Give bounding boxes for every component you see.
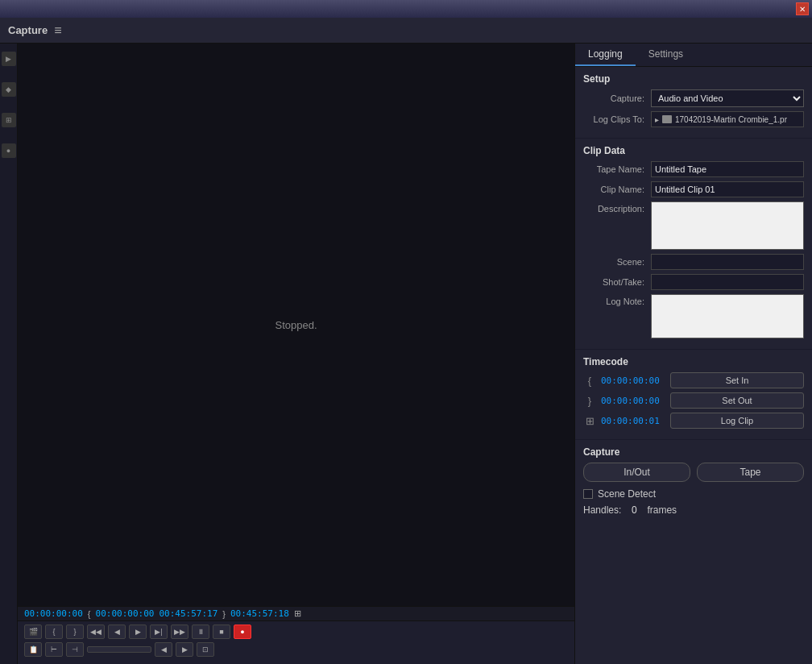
capture-select[interactable]: Audio and Video Audio Only Video Only — [651, 89, 804, 107]
shuttle-slider[interactable] — [87, 646, 151, 653]
clip-name-label: Clip Name: — [583, 185, 648, 194]
timecode-title: Timecode — [583, 356, 804, 367]
setup-section: Setup Capture: Audio and Video Audio Onl… — [575, 67, 812, 139]
log-note-textarea[interactable] — [651, 294, 804, 338]
capture-section-title: Capture — [583, 446, 804, 458]
sidebar-icon-4[interactable]: ● — [2, 143, 16, 158]
scene-label: Scene: — [583, 257, 648, 267]
log-note-row: Log Note: — [583, 294, 804, 338]
tape-name-input[interactable] — [651, 161, 804, 177]
step-back-button[interactable]: ◀ — [108, 625, 126, 639]
stop-button[interactable]: ■ — [213, 625, 230, 639]
capture-section: Capture In/Out Tape Scene Detect Handles… — [575, 440, 812, 522]
handles-label: Handles: — [583, 504, 621, 516]
controls-bar: 🎬 { } ◀◀ ◀ ▶ ▶| ▶▶ ⏸ ■ ● 📋 ⊢ ⊣ — [18, 620, 574, 664]
go-out-button[interactable]: ⊣ — [66, 642, 84, 657]
scene-detect-checkbox[interactable] — [583, 489, 593, 499]
tc-dur-icon: ⊞ — [583, 415, 596, 427]
handles-value: 0 — [626, 504, 642, 516]
clip-data-section: Clip Data Tape Name: Clip Name: Descript… — [575, 139, 812, 350]
right-panel: Logging Settings Setup Capture: Audio an… — [574, 44, 812, 664]
tab-settings[interactable]: Settings — [636, 44, 696, 66]
content-area: ▶ ◆ ⊞ ● Stopped. 00:00:00:00 { 00:00:00:… — [0, 44, 812, 664]
clip-name-row: Clip Name: — [583, 181, 804, 197]
close-button[interactable]: ✕ — [796, 2, 809, 15]
folder-path-display[interactable]: ▸ 17042019-Martin Crombie_1.pr — [651, 111, 804, 127]
log-clip-button[interactable]: Log Clip — [670, 413, 804, 429]
tc-in-value: 00:00:00:00 — [601, 376, 665, 386]
nav-left-button[interactable]: ◀ — [155, 642, 172, 657]
setup-title: Setup — [583, 73, 804, 85]
mark-clip-button[interactable]: 🎬 — [24, 625, 42, 639]
log-button[interactable]: 📋 — [24, 642, 42, 657]
description-label: Description: — [583, 201, 648, 214]
status-text: Stopped. — [275, 319, 317, 331]
log-note-label: Log Note: — [583, 294, 648, 306]
timecode-top-bar: 00:00:00:00 { 00:00:00:00 00:45:57:17 } … — [18, 606, 574, 620]
folder-path-text: 17042019-Martin Crombie_1.pr — [675, 115, 787, 124]
mark-in-button[interactable]: { — [45, 625, 63, 639]
log-clips-label: Log Clips To: — [583, 114, 648, 124]
tc-dur-value: 00:00:00:01 — [601, 416, 665, 426]
preview-panel: Stopped. 00:00:00:00 { 00:00:00:00 00:45… — [18, 44, 574, 664]
handles-row: Handles: 0 frames — [583, 504, 804, 516]
log-clips-to-row: Log Clips To: ▸ 17042019-Martin Crombie_… — [583, 111, 804, 127]
scene-detect-label: Scene Detect — [598, 488, 656, 500]
scene-input[interactable] — [651, 254, 804, 270]
scene-row: Scene: — [583, 254, 804, 270]
capture-buttons: In/Out Tape — [583, 463, 804, 482]
app-title: Capture — [8, 24, 48, 36]
mark-out-button[interactable]: } — [66, 625, 84, 639]
shot-take-row: Shot/Take: — [583, 274, 804, 290]
tc-end: 00:45:57:17 — [159, 608, 218, 619]
clip-data-title: Clip Data — [583, 145, 804, 156]
folder-expand-icon: ▸ — [655, 115, 659, 124]
nav-right-button[interactable]: ▶ — [176, 642, 193, 657]
main-container: Capture ≡ ▶ ◆ ⊞ ● Stopped. 00:00:00:00 {… — [0, 18, 812, 664]
scene-detect-row: Scene Detect — [583, 488, 804, 500]
tc-left: 00:00:00:00 — [24, 608, 83, 619]
toolbar: Capture ≡ — [0, 18, 812, 44]
capture-row: Capture: Audio and Video Audio Only Vide… — [583, 89, 804, 107]
tc-out-value: 00:00:00:00 — [601, 396, 665, 406]
sidebar-icon-3[interactable]: ⊞ — [2, 113, 16, 127]
tc-icon-right: ⊞ — [294, 608, 301, 619]
controls-row-1: 🎬 { } ◀◀ ◀ ▶ ▶| ▶▶ ⏸ ■ ● — [24, 625, 568, 639]
shot-take-input[interactable] — [651, 274, 804, 290]
tc-out-row: } 00:00:00:00 Set Out — [583, 392, 804, 409]
tc-center: 00:00:00:00 — [96, 608, 155, 619]
tape-name-label: Tape Name: — [583, 164, 648, 174]
tc-marker-left: { — [88, 609, 91, 619]
right-tabs: Logging Settings — [575, 44, 812, 67]
sidebar-icon-1[interactable]: ▶ — [2, 52, 16, 66]
left-sidebar: ▶ ◆ ⊞ ● — [0, 44, 18, 664]
play-button[interactable]: ▶ — [129, 625, 147, 639]
record-button[interactable]: ● — [234, 625, 251, 639]
handles-unit: frames — [647, 504, 677, 516]
tape-capture-button[interactable]: Tape — [697, 463, 804, 482]
tc-right: 00:45:57:18 — [230, 608, 289, 619]
title-bar: ✕ — [0, 0, 812, 18]
in-out-capture-button[interactable]: In/Out — [583, 463, 690, 482]
go-in-button[interactable]: ⊢ — [45, 642, 63, 657]
rewind-button[interactable]: ◀◀ — [87, 625, 105, 639]
set-in-button[interactable]: Set In — [670, 372, 804, 388]
set-out-button[interactable]: Set Out — [670, 392, 804, 409]
tc-dur-row: ⊞ 00:00:00:01 Log Clip — [583, 413, 804, 429]
preview-video: Stopped. — [18, 44, 574, 606]
tc-in-icon: { — [583, 375, 596, 387]
description-row: Description: — [583, 201, 804, 250]
tape-name-row: Tape Name: — [583, 161, 804, 177]
tc-out-icon: } — [583, 395, 596, 407]
fast-fwd-button[interactable]: ▶▶ — [171, 625, 188, 639]
clip-name-input[interactable] — [651, 181, 804, 197]
capture-btn[interactable]: ⊡ — [197, 642, 214, 657]
description-textarea[interactable] — [651, 201, 804, 250]
step-fwd-button[interactable]: ▶| — [150, 625, 168, 639]
tc-marker-right: } — [222, 609, 226, 619]
shot-take-label: Shot/Take: — [583, 277, 648, 287]
sidebar-icon-2[interactable]: ◆ — [2, 82, 16, 97]
pause-button[interactable]: ⏸ — [192, 625, 209, 639]
tab-logging[interactable]: Logging — [575, 44, 636, 66]
menu-icon[interactable]: ≡ — [54, 23, 61, 38]
